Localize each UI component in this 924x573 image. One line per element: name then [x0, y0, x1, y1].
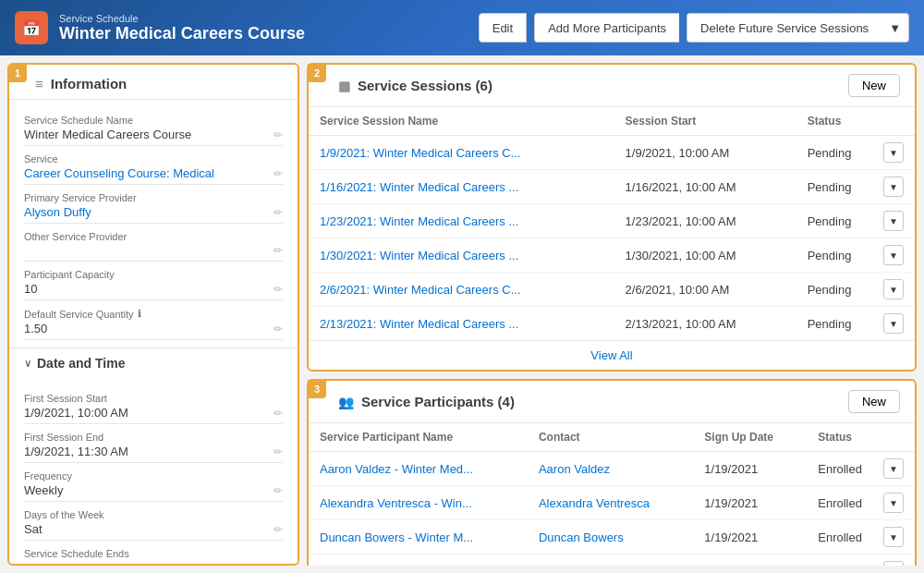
- add-participants-button[interactable]: Add More Participants: [534, 13, 679, 43]
- header-subtitle: Service Schedule: [59, 13, 305, 24]
- days-edit[interactable]: ✏: [274, 523, 283, 536]
- delete-sessions-button[interactable]: Delete Future Service Sessions: [687, 13, 881, 43]
- date-time-section-header[interactable]: ∨ Date and Time: [9, 347, 298, 378]
- primary-provider-label: Primary Service Provider: [24, 192, 283, 203]
- participant-name[interactable]: Aaron Valdez - Winter Med...: [309, 452, 528, 486]
- participants-title: 👥 Service Participants (4): [338, 394, 515, 409]
- participants-card: 3 👥 Service Participants (4) New Service…: [307, 379, 917, 566]
- first-start-edit[interactable]: ✏: [274, 407, 283, 420]
- edit-button[interactable]: Edit: [479, 13, 527, 43]
- participant-status-dropdown[interactable]: ▼: [883, 527, 904, 547]
- info-fields: Service Schedule Name Winter Medical Car…: [9, 100, 298, 347]
- status-dropdown[interactable]: ▼: [883, 142, 904, 163]
- schedule-ends-value: After ✏: [24, 561, 283, 566]
- table-row: Hayley Bright - Winter Med... Hayley Bri…: [309, 555, 915, 567]
- info-tooltip-icon[interactable]: ℹ: [138, 308, 141, 320]
- sessions-col-status: Status: [796, 107, 915, 136]
- date-time-title: Date and Time: [37, 356, 125, 371]
- session-status: Pending ▼: [796, 238, 915, 273]
- session-status: Pending ▼: [796, 170, 915, 204]
- frequency-value: Weekly ✏: [24, 483, 283, 502]
- page-header: 📅 Service Schedule Winter Medical Career…: [0, 0, 924, 55]
- session-status: Pending ▼: [796, 273, 915, 307]
- service-edit[interactable]: ✏: [274, 167, 283, 180]
- session-name[interactable]: 1/16/2021: Winter Medical Careers ...: [309, 170, 614, 204]
- capacity-edit[interactable]: ✏: [274, 283, 283, 296]
- info-icon: ≡: [35, 76, 43, 91]
- table-row: 1/9/2021: Winter Medical Careers C... 1/…: [309, 136, 915, 170]
- session-name[interactable]: 1/23/2021: Winter Medical Careers ...: [309, 204, 614, 238]
- session-name[interactable]: 2/6/2021: Winter Medical Careers C...: [309, 273, 614, 307]
- status-dropdown[interactable]: ▼: [883, 313, 904, 334]
- first-start-label: First Session Start: [24, 393, 283, 404]
- participants-table: Service Participant Name Contact Sign Up…: [309, 423, 915, 566]
- schedule-ends-label: Service Schedule Ends: [24, 548, 283, 559]
- participants-card-header: 👥 Service Participants (4) New: [309, 381, 915, 423]
- participant-name[interactable]: Duncan Bowers - Winter M...: [309, 520, 528, 555]
- participants-new-button[interactable]: New: [848, 390, 900, 413]
- participant-status: Enrolled ▼: [807, 486, 915, 520]
- header-left: 📅 Service Schedule Winter Medical Career…: [15, 11, 305, 44]
- days-label: Days of the Week: [24, 509, 283, 520]
- session-name[interactable]: 1/9/2021: Winter Medical Careers C...: [309, 136, 614, 170]
- default-qty-value: 1.50 ✏: [24, 322, 283, 340]
- other-provider-edit[interactable]: ✏: [274, 244, 283, 257]
- participant-status-dropdown[interactable]: ▼: [883, 561, 904, 566]
- participant-name[interactable]: Alexandra Ventresca - Win...: [309, 486, 528, 520]
- frequency-edit[interactable]: ✏: [274, 484, 283, 497]
- other-provider-value: ✏: [24, 244, 283, 262]
- add-participants-group: Add More Participants: [534, 13, 679, 43]
- participant-name[interactable]: Hayley Bright - Winter Med...: [309, 555, 528, 567]
- sessions-view-all[interactable]: View All: [309, 340, 915, 370]
- participant-signup: 1/19/2021: [693, 520, 807, 555]
- days-value: Sat ✏: [24, 522, 283, 541]
- schedule-name-edit[interactable]: ✏: [274, 128, 283, 141]
- session-start: 1/9/2021, 10:00 AM: [614, 136, 796, 170]
- date-section-chevron: ∨: [24, 358, 31, 370]
- info-panel-title: Information: [51, 76, 128, 91]
- session-name[interactable]: 2/13/2021: Winter Medical Careers ...: [309, 307, 614, 341]
- delete-sessions-dropdown[interactable]: ▼: [881, 13, 909, 43]
- table-row: Aaron Valdez - Winter Med... Aaron Valde…: [309, 452, 915, 486]
- session-status: Pending ▼: [796, 136, 915, 170]
- participant-contact[interactable]: Duncan Bowers: [528, 520, 693, 555]
- sessions-col-name: Service Session Name: [309, 107, 614, 136]
- default-qty-edit[interactable]: ✏: [274, 323, 283, 335]
- session-name[interactable]: 1/30/2021: Winter Medical Careers ...: [309, 238, 614, 273]
- participant-status-dropdown[interactable]: ▼: [883, 493, 904, 513]
- table-row: 1/23/2021: Winter Medical Careers ... 1/…: [309, 204, 915, 238]
- first-end-edit[interactable]: ✏: [274, 445, 283, 458]
- service-value[interactable]: Career Counseling Course: Medical ✏: [24, 166, 283, 185]
- participant-contact[interactable]: Aaron Valdez: [528, 452, 693, 486]
- schedule-name-value: Winter Medical Careers Course ✏: [24, 128, 283, 146]
- header-title: Winter Medical Careers Course: [59, 24, 305, 43]
- session-start: 1/30/2021, 10:00 AM: [614, 238, 796, 273]
- chevron-down-icon: ▼: [889, 21, 901, 35]
- participant-signup: 1/19/2021: [693, 486, 807, 520]
- schedule-ends-edit[interactable]: ✏: [274, 562, 283, 567]
- participant-status: Enrolled ▼: [807, 452, 915, 486]
- session-start: 2/6/2021, 10:00 AM: [614, 273, 796, 307]
- participant-contact[interactable]: Alexandra Ventresca: [528, 486, 693, 520]
- participant-contact[interactable]: Hayley Bright: [528, 555, 693, 567]
- sessions-table: Service Session Name Session Start Statu…: [309, 107, 915, 340]
- service-label: Service: [24, 153, 283, 165]
- participant-status-dropdown[interactable]: ▼: [883, 458, 904, 479]
- info-panel: 1 ≡ Information Service Schedule Name Wi…: [7, 63, 299, 566]
- sessions-new-button[interactable]: New: [848, 74, 900, 97]
- participants-icon: 👥: [338, 395, 354, 409]
- session-status: Pending ▼: [796, 307, 915, 341]
- primary-provider-value[interactable]: Alyson Duffy ✏: [24, 205, 283, 224]
- status-dropdown[interactable]: ▼: [883, 177, 904, 197]
- participant-signup: 1/19/2021: [693, 555, 807, 567]
- participants-col-contact: Contact: [528, 423, 693, 452]
- status-dropdown[interactable]: ▼: [883, 245, 904, 265]
- capacity-value: 10 ✏: [24, 282, 283, 300]
- status-dropdown[interactable]: ▼: [883, 211, 904, 231]
- panel-number-1: 1: [8, 64, 27, 82]
- date-time-fields: First Session Start 1/9/2021, 10:00 AM ✏…: [9, 378, 298, 566]
- status-dropdown[interactable]: ▼: [883, 279, 904, 299]
- first-end-label: First Session End: [24, 432, 283, 443]
- first-end-value: 1/9/2021, 11:30 AM ✏: [24, 445, 283, 463]
- primary-provider-edit[interactable]: ✏: [274, 206, 283, 219]
